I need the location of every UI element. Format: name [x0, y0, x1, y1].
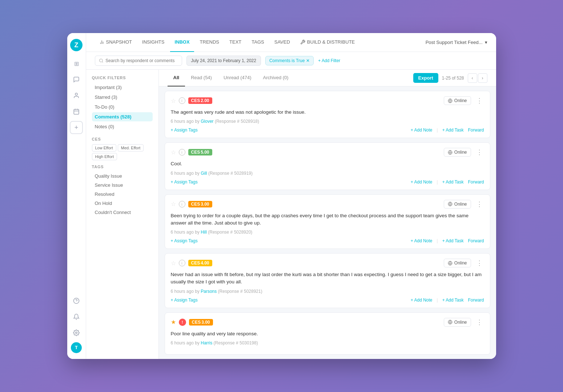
ces-high-effort[interactable]: High Effort	[92, 153, 117, 160]
nav-inbox[interactable]: INBOX	[170, 33, 194, 52]
nav-saved[interactable]: SAVED	[270, 33, 294, 52]
sidebar-item-notes[interactable]: Notes (0)	[92, 122, 153, 131]
star-button[interactable]: ☆	[171, 260, 176, 267]
app-logo[interactable]: Z	[70, 39, 83, 51]
add-note-button[interactable]: + Add Note	[411, 298, 433, 303]
tab-read[interactable]: Read (54)	[185, 70, 218, 86]
forward-button[interactable]: Forward	[468, 128, 484, 133]
prev-page-button[interactable]: ‹	[468, 73, 477, 83]
card-actions-right: Online ⋮	[444, 96, 484, 105]
tag-quality-issue[interactable]: Quality Issue	[92, 172, 153, 180]
tag-couldnt-connect[interactable]: Couldn't Connect	[92, 208, 153, 217]
ces-low-effort[interactable]: Low Effort	[92, 144, 116, 151]
tag-resolved[interactable]: Resolved	[92, 190, 153, 198]
forward-button[interactable]: Forward	[468, 238, 484, 243]
add-task-button[interactable]: + Add Task	[442, 238, 464, 243]
feedback-card: ☆ i CES 5.00 Online ⋮	[165, 142, 490, 190]
forward-button[interactable]: Forward	[468, 179, 484, 185]
info-button[interactable]: i	[179, 97, 185, 104]
add-task-button[interactable]: + Add Task	[442, 298, 464, 303]
export-button[interactable]: Export	[413, 73, 438, 83]
card-meta: 6 hours ago by Parsons (Response # 50289…	[171, 289, 484, 294]
assign-tags-button[interactable]: + Assign Tags	[171, 179, 198, 185]
more-options-button[interactable]: ⋮	[475, 200, 484, 208]
search-box[interactable]	[95, 56, 182, 66]
add-note-button[interactable]: + Add Note	[411, 179, 433, 185]
ces-badge: CES 3.00	[188, 201, 212, 207]
date-range-filter[interactable]: July 24, 2021 to February 1, 2022	[186, 56, 261, 66]
respondent-link[interactable]: Harris	[201, 340, 212, 345]
more-options-button[interactable]: ⋮	[475, 259, 484, 267]
card-action-links: + Add Note | + Add Task Forward	[411, 128, 484, 133]
user-avatar[interactable]: T	[71, 342, 82, 353]
tags-list: Quality Issue Service Issue Resolved On …	[92, 172, 153, 217]
respondent-link[interactable]: Gill	[201, 171, 207, 176]
tab-unread[interactable]: Unread (474)	[218, 70, 257, 86]
nav-icon-user[interactable]	[70, 89, 83, 102]
tag-on-hold[interactable]: On Hold	[92, 199, 153, 207]
nav-insights[interactable]: INSIGHTS	[138, 33, 169, 52]
pagination-arrows: ‹ ›	[468, 73, 487, 83]
card-meta: 6 hours ago by Hill (Response # 5028920)	[171, 230, 484, 235]
assign-tags-button[interactable]: + Assign Tags	[171, 238, 198, 243]
nav-icon-grid[interactable]: ⊞	[70, 57, 83, 70]
nav-icon-bell[interactable]	[70, 310, 83, 323]
respondent-link[interactable]: Glover	[201, 119, 213, 124]
add-note-button[interactable]: + Add Note	[411, 128, 433, 133]
more-options-button[interactable]: ⋮	[475, 318, 484, 326]
nav-build[interactable]: BUILD & DISTRIBUTE	[296, 33, 359, 52]
sidebar-item-comments[interactable]: Comments (528)	[92, 112, 153, 121]
sidebar-item-todo[interactable]: To-Do (0)	[92, 102, 153, 112]
search-input[interactable]	[105, 58, 178, 63]
info-button[interactable]: i	[179, 260, 185, 266]
nav-trends[interactable]: TRENDS	[196, 33, 224, 52]
more-options-button[interactable]: ⋮	[475, 97, 484, 105]
star-button[interactable]: ☆	[171, 201, 176, 207]
ces-med-effort[interactable]: Med. Effort	[118, 144, 144, 151]
close-chip-icon[interactable]: ✕	[306, 58, 310, 63]
nav-icon-calendar[interactable]	[70, 105, 83, 118]
nav-icon-help[interactable]	[70, 294, 83, 307]
assign-tags-button[interactable]: + Assign Tags	[171, 128, 198, 133]
ces-badge: CES 3.00	[189, 319, 213, 326]
nav-snapshot[interactable]: SNAPSHOT	[95, 33, 137, 52]
respondent-link[interactable]: Parsons	[201, 289, 217, 294]
card-comment: Never had an issue with fit before, but …	[171, 271, 484, 286]
next-page-button[interactable]: ›	[478, 73, 487, 83]
sidebar-item-starred[interactable]: Starred (3)	[92, 93, 153, 102]
more-options-button[interactable]: ⋮	[475, 148, 484, 156]
add-note-button[interactable]: + Add Note	[411, 238, 433, 243]
tab-archived[interactable]: Archived (0)	[257, 70, 294, 86]
nav-icon-add[interactable]: +	[70, 121, 83, 134]
card-bottom: + Assign Tags + Add Note | + Add Task Fo…	[171, 128, 484, 133]
nav-icon-chat[interactable]	[70, 73, 83, 86]
card-comment: The agent was very rude and was not apol…	[171, 109, 484, 116]
card-comment: Been trying to order for a couple days, …	[171, 212, 484, 227]
star-button[interactable]: ☆	[171, 149, 176, 156]
tab-all[interactable]: All	[168, 70, 185, 86]
online-status: Online	[444, 148, 471, 157]
assign-tags-button[interactable]: + Assign Tags	[171, 298, 198, 303]
respondent-link[interactable]: Hill	[201, 230, 207, 235]
globe-icon	[448, 98, 453, 103]
add-filter-button[interactable]: + Add Filter	[318, 58, 340, 63]
nav-tags[interactable]: TAGS	[247, 33, 268, 52]
card-top: ☆ i CES 4.00 Online ⋮	[171, 259, 484, 267]
comments-filter-chip[interactable]: Comments is True ✕	[265, 56, 314, 65]
star-button[interactable]: ☆	[171, 97, 176, 104]
sidebar-item-important[interactable]: Important (3)	[92, 83, 153, 92]
tag-service-issue[interactable]: Service Issue	[92, 181, 153, 189]
nav-icon-gear[interactable]	[70, 326, 83, 339]
nav-text[interactable]: TEXT	[225, 33, 246, 52]
svg-point-0	[75, 93, 77, 95]
info-button[interactable]: i	[179, 201, 185, 207]
feed-selector[interactable]: Post Support Ticket Feed... ▾	[426, 40, 487, 45]
star-button[interactable]: ★	[171, 319, 176, 326]
online-status: Online	[444, 96, 471, 105]
svg-point-11	[99, 59, 102, 62]
forward-button[interactable]: Forward	[468, 298, 484, 303]
add-task-button[interactable]: + Add Task	[442, 179, 464, 185]
add-task-button[interactable]: + Add Task	[442, 128, 464, 133]
tags-title: TAGS	[92, 165, 153, 169]
info-button[interactable]: i	[179, 149, 185, 155]
